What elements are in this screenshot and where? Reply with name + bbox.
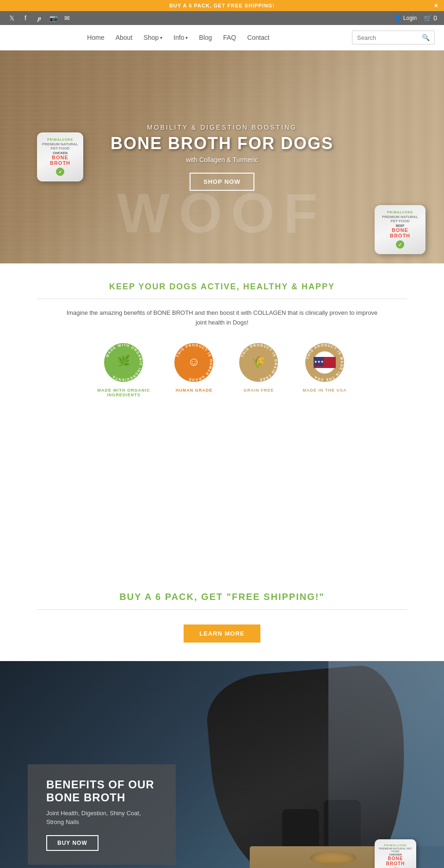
- social-icons-group: 𝕏 f 𝒑 📷 ✉: [7, 13, 72, 23]
- nav-shop[interactable]: Shop ▾: [143, 34, 162, 41]
- product-right-type: BONEBROTH: [378, 227, 422, 238]
- twitter-icon[interactable]: 𝕏: [7, 13, 16, 23]
- benefits-product-pouch: PRIMALVORE PREMIUM NATURAL PET FOOD CHIC…: [375, 839, 416, 868]
- badge-human-grade-circle: ☺ THIS PRODUCT IS HUMAN GRADE: [173, 342, 215, 383]
- badges-row: 🌿 MADE WITH ORGANIC INGREDIENTS MADE WIT…: [37, 342, 407, 397]
- search-input[interactable]: [352, 31, 417, 44]
- badge-made-usa-label: MADE IN THE USA: [302, 388, 346, 393]
- buy-sixpack-title: BUY A 6 PACK, GET "FREE SHIPPING!": [37, 592, 407, 602]
- badge-organic: 🌿 MADE WITH ORGANIC INGREDIENTS MADE WIT…: [97, 342, 150, 397]
- hero-product-right: PRIMALVORE PREMIUM NATURAL PET FOOD BEEF…: [375, 205, 426, 254]
- cart-icon[interactable]: 🛒 0: [424, 14, 437, 22]
- benefits-section: BENEFITS OF OUR BONE BROTH Joint Health,…: [0, 661, 444, 868]
- hero-product-left: PRIMALVORE PREMIUM NATURAL PET FOOD CHIC…: [37, 132, 83, 181]
- search-icon: 🔍: [422, 34, 430, 41]
- svg-text:★★★: ★★★: [314, 360, 323, 364]
- benefits-title: BENEFITS OF OUR BONE BROTH: [46, 778, 157, 804]
- badge-grain-free-label: GRAIN FREE: [244, 388, 274, 393]
- user-icon: 👤: [395, 15, 401, 21]
- nav-contact[interactable]: Contact: [247, 34, 269, 41]
- section-divider-1: [37, 299, 407, 299]
- content-spacer: [0, 425, 444, 564]
- nav-info-label: Info: [173, 34, 184, 41]
- nav-about[interactable]: About: [116, 34, 133, 41]
- buy-now-button[interactable]: BUY NOW: [46, 835, 99, 851]
- hero-title: BONE BROTH FOR DOGS: [111, 134, 333, 153]
- social-bar: 𝕏 f 𝒑 📷 ✉ 👤 Login 🛒 0: [0, 11, 444, 25]
- keep-dogs-title: KEEP YOUR DOGS ACTIVE, HEALTHY & HAPPY: [37, 282, 407, 292]
- badge-human-grade: ☺ THIS PRODUCT IS HUMAN GRADE HUMAN GRAD…: [173, 342, 215, 397]
- badge-grain-free-circle: 🌾 THIS PRODUCT IS GRAIN FREE: [238, 342, 279, 383]
- search-box: 🔍: [352, 31, 435, 44]
- navigation: Home About Shop ▾ Info ▾ Blog FAQ Contac…: [0, 25, 444, 50]
- nav-home[interactable]: Home: [87, 34, 104, 41]
- product-pouch-chicken: PRIMALVORE PREMIUM NATURAL PET FOOD CHIC…: [37, 132, 83, 181]
- buy-sixpack-section: BUY A 6 PACK, GET "FREE SHIPPING!" LEARN…: [0, 564, 444, 661]
- badge-made-usa: ★★★ THIS PRODUCT IS MADE IN THE USA MADE…: [302, 342, 346, 397]
- instagram-icon[interactable]: 📷: [49, 13, 58, 23]
- login-link[interactable]: 👤 Login: [395, 15, 417, 21]
- badge-grain-free: 🌾 THIS PRODUCT IS GRAIN FREE GRAIN FREE: [238, 342, 279, 397]
- hero-section: WOOF PRIMALVORE PREMIUM NATURAL PET FOOD…: [0, 50, 444, 263]
- product-pouch-beef: PRIMALVORE PREMIUM NATURAL PET FOOD BEEF…: [375, 205, 426, 254]
- badge-organic-circle: 🌿 MADE WITH ORGANIC INGREDIENTS: [103, 342, 144, 383]
- badge-organic-label: MADE WITH ORGANICINGREDIENTS: [97, 388, 150, 397]
- learn-more-button[interactable]: LEARN MORE: [184, 624, 260, 643]
- section-divider-2: [37, 609, 407, 610]
- chevron-down-icon-info: ▾: [185, 35, 188, 40]
- svg-text:☺: ☺: [188, 355, 200, 368]
- window-light: [328, 661, 444, 846]
- announcement-close-button[interactable]: ×: [434, 2, 438, 9]
- nav-faq[interactable]: FAQ: [223, 34, 236, 41]
- benefits-product-pouch-inner: PRIMALVORE PREMIUM NATURAL PET FOOD CHIC…: [375, 839, 416, 868]
- keep-dogs-section: KEEP YOUR DOGS ACTIVE, HEALTHY & HAPPY I…: [0, 263, 444, 425]
- svg-text:🌾: 🌾: [252, 355, 265, 368]
- chevron-down-icon: ▾: [160, 35, 162, 40]
- cart-count: 0: [433, 14, 437, 22]
- hero-subtitle: MOBILITY & DIGESTION BOOSTING: [111, 124, 333, 131]
- login-label: Login: [403, 15, 417, 21]
- benefits-content-box: BENEFITS OF OUR BONE BROTH Joint Health,…: [28, 764, 176, 865]
- product-left-type: BONEBROTH: [41, 155, 80, 166]
- badge-made-usa-circle: ★★★ THIS PRODUCT IS MADE IN THE USA: [304, 342, 345, 383]
- keep-dogs-description: Imagine the amazing benefits of BONE BRO…: [60, 308, 384, 328]
- announcement-text: BUY A 6 PACK, GET FREE SHIPPING!: [169, 3, 275, 8]
- nav-links-group: Home About Shop ▾ Info ▾ Blog FAQ Contac…: [9, 34, 347, 41]
- facebook-icon[interactable]: f: [21, 13, 30, 23]
- hero-content: MOBILITY & DIGESTION BOOSTING BONE BROTH…: [111, 124, 333, 191]
- nav-blog[interactable]: Blog: [199, 34, 212, 41]
- benefits-description: Joint Health, Digestion, Shiny Coat, Str…: [46, 809, 157, 827]
- nav-info[interactable]: Info ▾: [173, 34, 188, 41]
- svg-text:🌿: 🌿: [117, 355, 130, 367]
- hero-description: with Collagen & Turmeric: [111, 156, 333, 163]
- announcement-bar: BUY A 6 PACK, GET FREE SHIPPING! ×: [0, 0, 444, 11]
- bowl: [310, 851, 356, 865]
- hero-shop-now-button[interactable]: SHOP NOW: [190, 173, 254, 191]
- badge-human-grade-label: HUMAN GRADE: [176, 388, 213, 393]
- pinterest-icon[interactable]: 𝒑: [35, 13, 44, 23]
- nav-shop-label: Shop: [143, 34, 159, 41]
- account-area: 👤 Login 🛒 0: [395, 14, 437, 22]
- email-icon[interactable]: ✉: [62, 13, 72, 23]
- search-button[interactable]: 🔍: [417, 31, 434, 44]
